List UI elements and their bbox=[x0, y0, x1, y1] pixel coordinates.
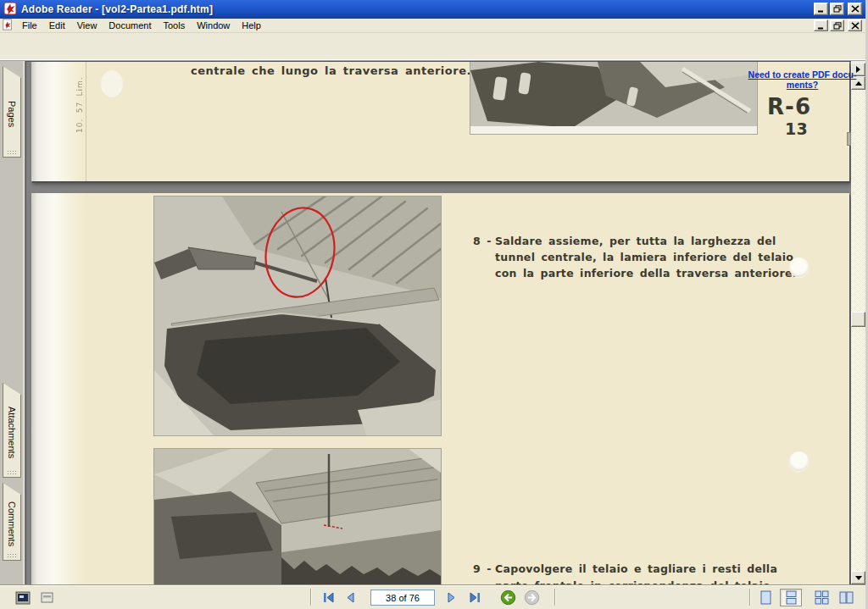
punch-hole bbox=[789, 257, 809, 277]
doc-close-button[interactable] bbox=[848, 19, 862, 31]
menu-bar: File Edit View Document Tools Window Hel… bbox=[0, 19, 865, 33]
page-edge bbox=[31, 193, 86, 584]
adobe-reader-icon bbox=[3, 2, 17, 17]
instruction-8-line3: con la parte inferiore della traversa an… bbox=[495, 267, 797, 280]
menu-help[interactable]: Help bbox=[236, 19, 267, 31]
tab-grip bbox=[7, 470, 17, 474]
pdf-page-main: 8 - Saldare assieme, per tutta la larghe… bbox=[31, 193, 849, 584]
statusbar-separator bbox=[554, 589, 556, 606]
document-status-icon[interactable] bbox=[14, 589, 32, 606]
statusbar-separator bbox=[310, 589, 312, 606]
menu-view[interactable]: View bbox=[71, 19, 103, 31]
window-title: Adobe Reader - [vol2-Partea1.pdf.htm] bbox=[21, 3, 213, 15]
continuous-layout-button[interactable] bbox=[780, 589, 802, 606]
next-page-button[interactable] bbox=[442, 589, 461, 606]
restore-button[interactable] bbox=[830, 3, 844, 15]
close-button[interactable] bbox=[848, 3, 862, 15]
window-size-icon[interactable] bbox=[37, 589, 56, 606]
next-view-button[interactable] bbox=[522, 589, 541, 606]
document-pane[interactable]: centrale che lungo la traversa anteriore… bbox=[25, 61, 851, 584]
tab-attachments-label: Attachments bbox=[7, 407, 17, 458]
promo-line1: Need to create PDF docu- bbox=[748, 69, 857, 80]
instruction-8-line2: tunnel centrale, la lamiera inferiore de… bbox=[495, 251, 793, 263]
paper-blemish bbox=[101, 70, 123, 97]
navigation-pane-strip: Pages Attachments Comments bbox=[0, 61, 25, 584]
tab-pages-label: Pages bbox=[7, 101, 17, 127]
page2-photo-frame bbox=[153, 448, 442, 584]
toolbar: Save a Copy Select bbox=[0, 33, 865, 61]
facing-layout-button[interactable] bbox=[837, 589, 855, 606]
tab-grip bbox=[7, 150, 17, 154]
vertical-scrollbar[interactable] bbox=[851, 61, 865, 584]
pane-splitter-handle[interactable] bbox=[847, 132, 851, 146]
menu-edit[interactable]: Edit bbox=[43, 19, 71, 31]
page1-photo-fragment bbox=[470, 62, 758, 135]
status-bar bbox=[0, 584, 865, 609]
instruction-8-line1: Saldare assieme, per tutta la larghezza … bbox=[495, 235, 776, 247]
single-page-layout-button[interactable] bbox=[756, 589, 775, 606]
scroll-down-icon[interactable] bbox=[851, 571, 865, 584]
punch-hole bbox=[789, 451, 809, 471]
menu-tools[interactable]: Tools bbox=[158, 19, 192, 31]
tab-grip bbox=[7, 553, 17, 557]
title-bar: Adobe Reader - [vol2-Partea1.pdf.htm] bbox=[0, 0, 865, 19]
last-page-button[interactable] bbox=[465, 589, 484, 606]
item-number: 9 - bbox=[473, 562, 492, 575]
continuous-facing-layout-button[interactable] bbox=[812, 589, 831, 606]
menu-window[interactable]: Window bbox=[191, 19, 236, 31]
page1-margin-stamp: 10. 57 Lim. bbox=[75, 69, 84, 133]
page-number-field[interactable] bbox=[370, 590, 435, 606]
previous-view-button[interactable] bbox=[498, 589, 517, 606]
menu-file[interactable]: File bbox=[16, 19, 43, 31]
item-number: 8 - bbox=[473, 235, 492, 247]
adobe-reader-window: Adobe Reader - [vol2-Partea1.pdf.htm] Fi… bbox=[0, 0, 868, 609]
instruction-9-line1: Capovolgere il telaio e tagliare i resti… bbox=[495, 562, 777, 575]
page-crease bbox=[86, 62, 86, 181]
statusbar-separator bbox=[749, 589, 751, 606]
pdf-page-top: centrale che lungo la traversa anteriore… bbox=[31, 62, 849, 181]
doc-minimize-button[interactable] bbox=[814, 19, 828, 31]
previous-page-button[interactable] bbox=[341, 589, 359, 606]
page2-photo-welding bbox=[153, 196, 442, 436]
workspace: Pages Attachments Comments centrale che … bbox=[0, 61, 868, 584]
tab-comments[interactable]: Comments bbox=[3, 483, 21, 561]
promo-line2: ments? bbox=[787, 80, 818, 90]
section-code: R-6 bbox=[726, 94, 811, 119]
doc-restore-button[interactable] bbox=[830, 19, 844, 31]
minimize-button[interactable] bbox=[814, 3, 828, 15]
tab-comments-label: Comments bbox=[7, 501, 17, 546]
first-page-button[interactable] bbox=[319, 589, 337, 606]
page1-body-text: centrale che lungo la traversa anteriore… bbox=[191, 64, 471, 77]
tab-attachments[interactable]: Attachments bbox=[3, 383, 21, 478]
pdf-document-icon[interactable] bbox=[2, 19, 14, 32]
scrollbar-track[interactable] bbox=[851, 90, 865, 571]
menu-document[interactable]: Document bbox=[103, 19, 157, 31]
scrollbar-thumb[interactable] bbox=[851, 312, 865, 327]
tab-pages[interactable]: Pages bbox=[3, 66, 21, 158]
page-number-label: 13 bbox=[726, 119, 808, 138]
